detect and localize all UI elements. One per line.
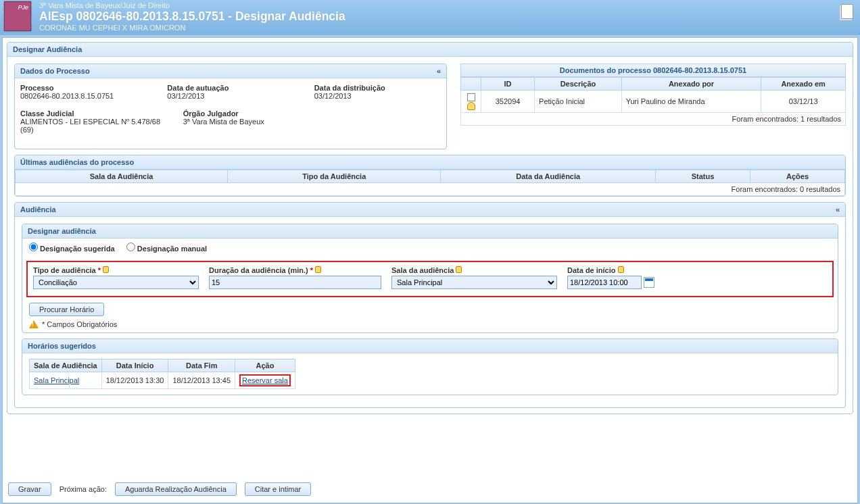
- sug-col-acao: Ação: [235, 359, 295, 372]
- radio-suggested[interactable]: [29, 243, 38, 251]
- classe-label: Classe Judicial: [20, 109, 163, 118]
- outer-panel-title: Designar Audiência: [13, 45, 82, 53]
- doc-at: 03/12/13: [761, 91, 846, 113]
- collapse-icon[interactable]: «: [836, 205, 840, 213]
- documents-col-id: ID: [481, 78, 535, 91]
- tipo-audiencia-select[interactable]: Conciliação: [33, 276, 199, 289]
- documents-table: ID Descrição Anexado por Anexado em: [460, 77, 846, 113]
- designar-header: Designar audiência: [22, 224, 838, 238]
- documents-col-desc: Descrição: [535, 78, 622, 91]
- sala-select[interactable]: Sala Principal: [391, 276, 557, 289]
- outer-panel-header: Designar Audiência: [7, 43, 853, 57]
- col-sala: Sala da Audiência: [16, 170, 228, 183]
- gravar-button[interactable]: Gravar: [8, 482, 51, 496]
- process-data-panel: Dados do Processo « Processo 0802646-80.…: [14, 64, 447, 149]
- main-content: Designar Audiência Dados do Processo «: [2, 37, 858, 503]
- designar-title: Designar audiência: [28, 227, 96, 235]
- processo-label: Processo: [20, 84, 147, 92]
- col-data: Data da Audiência: [441, 170, 656, 183]
- radio-manual-text: Designação manual: [137, 245, 207, 253]
- doc-id: 352094: [481, 91, 535, 113]
- lock-icon[interactable]: [467, 102, 475, 110]
- sugeridos-title: Horários sugeridos: [28, 342, 96, 350]
- sugeridos-panel: Horários sugeridos Sala de Audiência Dat…: [22, 338, 838, 395]
- pje-logo: [4, 1, 31, 31]
- data-inicio-label: Data de início: [567, 266, 616, 274]
- duracao-input[interactable]: [209, 276, 381, 289]
- distribuicao-value: 03/12/2013: [314, 92, 441, 100]
- citar-intimar-button[interactable]: Citar e intimar: [245, 482, 311, 496]
- documents-col-by: Anexado por: [621, 78, 761, 91]
- hearing-panel-header: Audiência «: [15, 203, 845, 217]
- last-hearings-title: Últimas audiências do processo: [20, 158, 134, 166]
- lock-icon: [103, 266, 109, 273]
- autuacao-value: 03/12/2013: [167, 92, 293, 100]
- orgao-label: Órgão Julgador: [183, 109, 302, 118]
- distribuicao-label: Data da distribuição: [314, 84, 441, 92]
- autuacao-label: Data de autuação: [167, 84, 293, 92]
- doc-desc: Petição Inicial: [535, 91, 622, 113]
- hearing-panel-title: Audiência: [20, 205, 56, 213]
- notes-icon[interactable]: [841, 4, 853, 19]
- hearing-panel: Audiência « Designar audiência Designaçã…: [14, 202, 846, 408]
- designar-panel: Designar audiência Designação sugerida D…: [22, 224, 838, 333]
- documents-panel: Documentos do processo 0802646-80.2013.8…: [460, 64, 846, 126]
- col-acoes: Ações: [750, 170, 845, 183]
- last-hearings-header: Últimas audiências do processo: [15, 155, 845, 170]
- outer-panel: Designar Audiência Dados do Processo «: [7, 42, 853, 414]
- documents-heading: Documentos do processo 0802646-80.2013.8…: [460, 64, 846, 77]
- calendar-icon[interactable]: [644, 277, 654, 288]
- documents-count: Foram encontrados: 1 resultados: [460, 113, 846, 126]
- lock-icon: [618, 266, 624, 273]
- hearing-fields-highlight: Tipo de audiência * Conciliação Duração …: [26, 261, 834, 297]
- process-data-header: Dados do Processo «: [15, 64, 446, 78]
- sugeridos-row: Sala Principal 18/12/2013 13:30 18/12/20…: [30, 372, 295, 389]
- radio-manual[interactable]: [126, 243, 135, 251]
- documents-col-icons: [461, 78, 481, 91]
- duracao-label: Duração da audiência (min.): [209, 266, 308, 274]
- court-name: 3ª Vara Mista de Bayeux/Juiz de Direito: [39, 1, 853, 9]
- doc-by: Yuri Paulino de Miranda: [621, 91, 761, 113]
- processo-value: 0802646-80.2013.8.15.0751: [20, 92, 147, 100]
- collapse-icon[interactable]: «: [437, 67, 441, 75]
- aguarda-button[interactable]: Aguarda Realização Audiência: [115, 482, 237, 496]
- sala-label: Sala da audiência: [391, 266, 454, 274]
- classe-value: ALIMENTOS - LEI ESPECIAL Nº 5.478/68 (69…: [20, 118, 163, 134]
- procurar-horario-button[interactable]: Procurar Horário: [29, 303, 104, 316]
- proxima-acao-label: Próxima ação:: [59, 485, 107, 493]
- document-row[interactable]: 352094 Petição Inicial Yuri Paulino de M…: [461, 91, 846, 113]
- app-header: 3ª Vara Mista de Bayeux/Juiz de Direito …: [0, 0, 860, 35]
- lock-icon: [315, 266, 321, 273]
- tipo-label: Tipo de audiência: [33, 266, 96, 274]
- warning-icon: [29, 320, 39, 328]
- lock-icon: [456, 266, 462, 273]
- sugeridos-table: Sala de Audiência Data Início Data Fim A…: [29, 359, 295, 389]
- case-parties: CORONAE MU CEPHEI X MIRA OMICRON: [39, 24, 853, 32]
- sugeridos-header: Horários sugeridos: [22, 339, 838, 353]
- doc-icon[interactable]: [467, 93, 475, 101]
- last-hearings-count: Foram encontrados: 0 resultados: [15, 183, 845, 196]
- radio-suggested-text: Designação sugerida: [40, 245, 115, 253]
- process-data-title: Dados do Processo: [20, 67, 90, 75]
- sug-col-sala: Sala de Audiência: [30, 359, 102, 372]
- reservar-sala-link[interactable]: Reservar sala: [242, 376, 288, 384]
- sug-fim: 18/12/2013 13:45: [168, 372, 235, 389]
- orgao-value: 3ª Vara Mista de Bayeux: [183, 118, 302, 126]
- last-hearings-table: Sala da Audiência Tipo da Audiência Data…: [15, 170, 845, 183]
- col-tipo: Tipo da Audiência: [228, 170, 441, 183]
- data-inicio-input[interactable]: [567, 276, 642, 289]
- sug-sala-link[interactable]: Sala Principal: [34, 376, 79, 384]
- last-hearings-panel: Últimas audiências do processo Sala da A…: [14, 155, 846, 197]
- radio-suggested-label[interactable]: Designação sugerida: [29, 245, 117, 253]
- col-status: Status: [656, 170, 750, 183]
- radio-manual-label[interactable]: Designação manual: [126, 245, 207, 253]
- sug-col-fim: Data Fim: [168, 359, 235, 372]
- sug-ini: 18/12/2013 13:30: [101, 372, 168, 389]
- page-title: AlEsp 0802646-80.2013.8.15.0751 - Design…: [39, 9, 853, 24]
- action-bar: Gravar Próxima ação: Aguarda Realização …: [7, 480, 312, 499]
- required-note: * Campos Obrigatórios: [42, 320, 117, 328]
- sug-col-ini: Data Início: [101, 359, 168, 372]
- designation-mode-group: Designação sugerida Designação manual: [22, 238, 838, 261]
- documents-col-at: Anexado em: [761, 78, 846, 91]
